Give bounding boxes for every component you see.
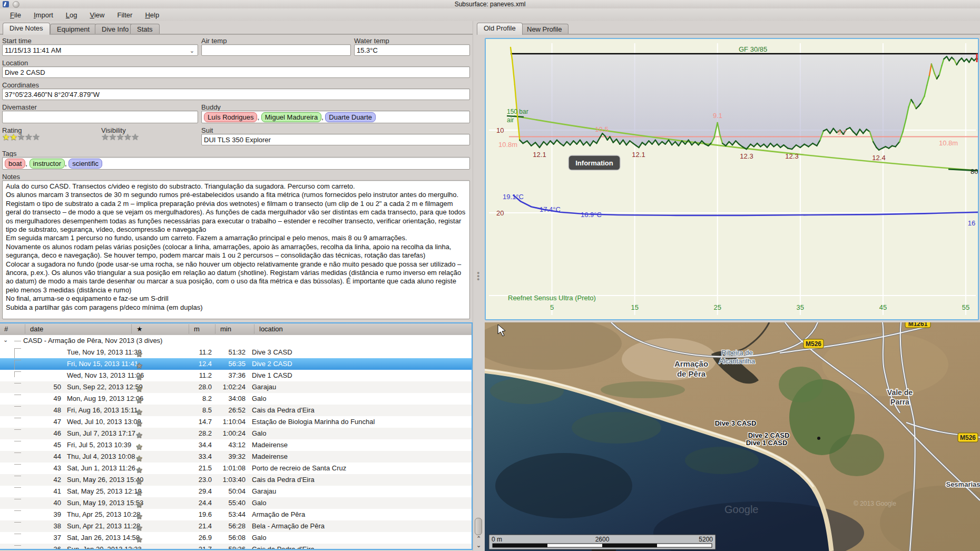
tab-dive-info[interactable]: Dive Info bbox=[95, 24, 135, 35]
dive-profile-chart[interactable]: GF 30/85150 barair80102012.112.112.312.3… bbox=[485, 38, 979, 320]
tags-input[interactable]: boat, instructor, scientific bbox=[2, 157, 470, 170]
dive-date: Thu, Jul 4, 2013 10:08 bbox=[67, 452, 135, 460]
tab-dive-notes[interactable]: Dive Notes bbox=[3, 23, 50, 35]
dive-list-header[interactable]: #date★mminlocation bbox=[0, 323, 472, 336]
dive-row[interactable]: 40Sun, May 19, 2013 15:53★★★★★24.455:40G… bbox=[0, 497, 472, 509]
dive-depth: 23.0 bbox=[174, 476, 212, 484]
information-button[interactable]: Information bbox=[575, 159, 613, 167]
menu-filter[interactable]: Filter bbox=[111, 10, 138, 20]
column-header-2[interactable]: ★ bbox=[136, 325, 143, 333]
dive-row[interactable]: 47Wed, Jul 10, 2013 13:09★★★★★14.71:10:0… bbox=[0, 416, 472, 428]
coordinates-input[interactable]: 37°05'23.460"N 8°20'47.879"W bbox=[2, 88, 470, 100]
dive-row[interactable]: 38Sun, Apr 21, 2013 11:28★★★★★21.456:28B… bbox=[0, 520, 472, 532]
dive-row[interactable]: 37Sat, Jan 26, 2013 14:58★★★★★26.956:08G… bbox=[0, 532, 472, 544]
map-label-dive3[interactable]: Dive 3 CASD bbox=[715, 419, 757, 427]
chevron-expanded-icon[interactable]: ⌄ bbox=[3, 337, 8, 343]
column-header-1[interactable]: date bbox=[30, 325, 43, 333]
dive-row[interactable]: 39Thu, Apr 25, 2013 10:28★★★★★19.653:44A… bbox=[0, 509, 472, 520]
svg-text:12.3: 12.3 bbox=[785, 152, 798, 160]
dive-date: Sun, Jan 20, 2013 12:33 bbox=[67, 545, 142, 550]
dive-row[interactable]: 50Sun, Sep 22, 2013 12:59★★★★★28.01:02:2… bbox=[0, 381, 472, 393]
divemaster-label: Divemaster bbox=[2, 103, 37, 111]
column-header-3[interactable]: m bbox=[194, 325, 200, 333]
dive-date: Sat, Jun 1, 2013 11:26 bbox=[67, 464, 135, 472]
dive-row[interactable]: 49Mon, Aug 19, 2013 12:06★★★★★8.234:08Ga… bbox=[0, 393, 472, 405]
dive-location: Porto de recreio de Santa Cruz bbox=[252, 464, 346, 472]
splitter-handle-icon[interactable]: ●●● bbox=[477, 271, 480, 285]
svg-text:16.9°C: 16.9°C bbox=[581, 211, 602, 219]
dive-duration: 34:08 bbox=[212, 395, 246, 402]
dive-row[interactable]: 44Thu, Jul 4, 2013 10:08★★★★★33.439:32Ma… bbox=[0, 451, 472, 463]
chip-instructor[interactable]: instructor bbox=[30, 159, 65, 169]
buddy-input[interactable]: Luís Rodrigues, Miguel Madureira, Duarte… bbox=[201, 111, 470, 123]
chip-miguel-madureira[interactable]: Miguel Madureira bbox=[261, 112, 321, 122]
dive-date: Sun, Jul 7, 2013 17:17 bbox=[67, 429, 135, 437]
location-input[interactable]: Dive 2 CASD bbox=[2, 66, 470, 78]
notes-input[interactable]: Aula do curso CASD. Transectos c/video e… bbox=[2, 180, 470, 319]
dive-number: 50 bbox=[21, 383, 61, 391]
menu-import[interactable]: Import bbox=[28, 10, 59, 20]
dive-row[interactable]: 48Fri, Aug 16, 2013 15:11★★★★★8.526:52Ca… bbox=[0, 405, 472, 416]
dive-row[interactable]: 46Sun, Jul 7, 2013 17:17★★★★★28.21:00:24… bbox=[0, 428, 472, 439]
column-header-5[interactable]: location bbox=[259, 325, 283, 333]
start-time-input[interactable]: 11/15/13 11:41 AM⌄ bbox=[2, 44, 198, 56]
svg-text:17.4°C: 17.4°C bbox=[540, 205, 561, 213]
chip-scientific[interactable]: scientific bbox=[68, 159, 102, 169]
tab-new-profile[interactable]: New Profile bbox=[520, 24, 569, 35]
air-temp-input[interactable] bbox=[201, 44, 351, 56]
dive-row[interactable]: Wed, Nov 13, 2013 11:06★★★★★11.237:36Div… bbox=[0, 370, 472, 381]
tab-old-profile[interactable]: Old Profile bbox=[477, 23, 523, 35]
dive-location: Cais da Pedra d'Eira bbox=[252, 406, 315, 414]
scrollbar-thumb[interactable] bbox=[475, 518, 482, 535]
dive-row-selected[interactable]: Fri, Nov 15, 2013 11:41★★★★★12.456:35Div… bbox=[0, 358, 472, 370]
map-label-dive1[interactable]: Dive 1 CASD bbox=[746, 439, 788, 447]
scroll-down-icon[interactable]: ⌄ bbox=[475, 542, 482, 549]
dive-date: Tue, Nov 19, 2013 11:39 bbox=[67, 348, 142, 356]
divemaster-input[interactable] bbox=[2, 111, 198, 123]
column-header-4[interactable]: min bbox=[220, 325, 231, 333]
tab-equipment[interactable]: Equipment bbox=[50, 24, 96, 35]
dive-location: Garajau bbox=[252, 487, 276, 495]
dive-duration: 1:10:04 bbox=[212, 418, 246, 426]
dive-depth: 14.7 bbox=[174, 418, 212, 426]
subsurface-window: Subsurface: paneves.xml FileImportLogVie… bbox=[0, 0, 980, 551]
chip-boat[interactable]: boat bbox=[5, 159, 25, 169]
dive-row[interactable]: 45Fri, Jul 5, 2013 10:39★★★★★34.443:12Ma… bbox=[0, 439, 472, 451]
svg-text:12.3: 12.3 bbox=[740, 152, 753, 160]
dive-date: Sun, May 26, 2013 15:40 bbox=[67, 476, 143, 484]
suit-input[interactable]: DUI TLS 350 Explorer bbox=[201, 134, 470, 145]
map-label-dive2[interactable]: Dive 2 CASD bbox=[748, 431, 790, 439]
splitter[interactable] bbox=[473, 21, 484, 551]
dive-row[interactable]: 36Sun, Jan 20, 2013 12:33★★★★★21.758:36C… bbox=[0, 544, 472, 550]
dive-date: Fri, Aug 16, 2013 15:11 bbox=[67, 406, 138, 414]
column-header-0[interactable]: # bbox=[4, 325, 8, 333]
dive-depth: 26.9 bbox=[174, 534, 212, 542]
dive-number: 45 bbox=[21, 441, 61, 449]
menu-view[interactable]: View bbox=[84, 10, 111, 20]
menu-bar: FileImportLogViewFilterHelp bbox=[0, 8, 980, 21]
chip-luís-rodrigues[interactable]: Luís Rodrigues bbox=[204, 112, 257, 122]
menu-log[interactable]: Log bbox=[60, 10, 83, 20]
dive-duration: 55:40 bbox=[212, 499, 246, 507]
dive-site-map[interactable]: Google © 2013 Google Armação de Pêra Val… bbox=[485, 322, 980, 551]
menu-file[interactable]: File bbox=[4, 10, 27, 20]
rating-stars[interactable]: ★★★★★ bbox=[2, 132, 40, 143]
dive-depth: 28.0 bbox=[174, 383, 212, 391]
dive-row[interactable]: 42Sun, May 26, 2013 15:40★★★★★23.01:03:4… bbox=[0, 474, 472, 486]
dive-row[interactable]: Tue, Nov 19, 2013 11:39★★★★★11.251:32Div… bbox=[0, 347, 472, 358]
water-temp-input[interactable]: 15.3°C bbox=[354, 44, 470, 56]
dive-location: Garajau bbox=[252, 383, 276, 391]
dive-row[interactable]: 43Sat, Jun 1, 2013 11:26★★★★★21.51:01:08… bbox=[0, 463, 472, 474]
dive-number: 44 bbox=[21, 452, 61, 460]
chip-duarte-duarte[interactable]: Duarte Duarte bbox=[325, 112, 376, 122]
dive-location: Dive 2 CASD bbox=[252, 360, 292, 368]
visibility-stars[interactable]: ★★★★★ bbox=[101, 132, 139, 143]
scroll-up-icon[interactable]: ⌃ bbox=[475, 535, 482, 542]
dive-row[interactable]: 41Sat, May 25, 2013 12:19★★★★★29.450:04G… bbox=[0, 486, 472, 497]
chevron-down-icon[interactable]: ⌄ bbox=[190, 46, 194, 55]
menu-help[interactable]: Help bbox=[139, 10, 165, 20]
trip-row[interactable]: ⌄CASD - Armação de Pêra, Nov 2013 (3 div… bbox=[0, 335, 472, 347]
map-dive-marker-icon[interactable] bbox=[817, 437, 820, 440]
water-temp-label: Water temp bbox=[354, 37, 389, 45]
tab-stats[interactable]: Stats bbox=[130, 24, 160, 35]
